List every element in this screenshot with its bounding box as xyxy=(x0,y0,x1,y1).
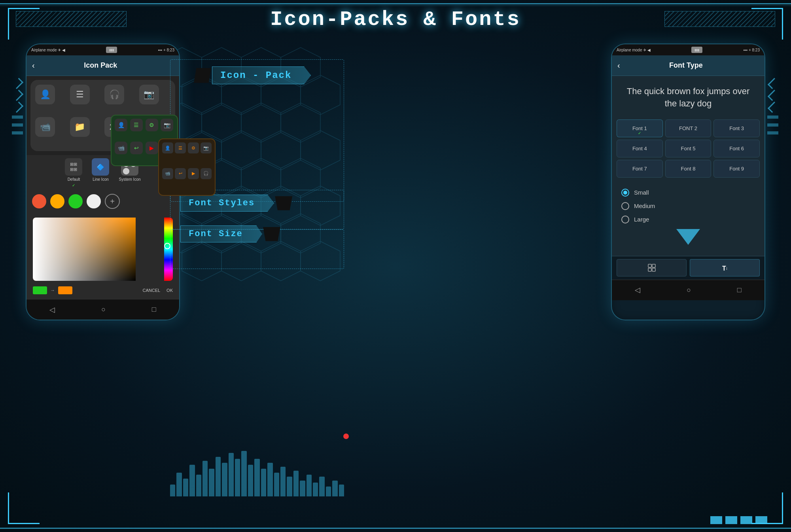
icon-cell-camera: 📷 xyxy=(139,85,159,104)
font-btn-9[interactable]: Font 9 xyxy=(713,160,760,178)
font-size-label: Font Size xyxy=(180,225,280,242)
font-preview: The quick brown fox jumps over the lazy … xyxy=(612,76,765,116)
font-1-label: Font 1 xyxy=(632,125,647,131)
eq-bar-2 xyxy=(176,473,182,496)
icon-type-line[interactable]: 🔷 Line Icon xyxy=(92,158,109,187)
size-small-label: Small xyxy=(634,189,649,196)
svg-rect-4 xyxy=(652,268,655,271)
picker-to-color xyxy=(58,286,72,294)
font-btn-4[interactable]: Font 4 xyxy=(617,140,663,157)
font-t-icon: T ↕ xyxy=(721,263,729,272)
swatch-yellow[interactable] xyxy=(50,194,64,208)
toolbar-grid-button[interactable] xyxy=(617,259,687,276)
font-btn-1[interactable]: Font 1 ✓ xyxy=(617,119,663,137)
oi-5: 📹 xyxy=(162,168,173,179)
eq-bar-13 xyxy=(248,465,253,496)
deco-rect-2 xyxy=(12,123,23,127)
size-large-label: Large xyxy=(634,216,649,223)
battery-icon-left: ▮▮▮ xyxy=(109,48,114,52)
nav-recent-left[interactable]: □ xyxy=(152,305,156,314)
eq-bar-8 xyxy=(216,457,221,496)
hatch-right xyxy=(664,11,775,27)
eq-bar-20 xyxy=(293,471,299,496)
cancel-button[interactable]: CANCEL xyxy=(142,288,160,293)
radio-large[interactable]: Large xyxy=(621,216,755,223)
dot-3 xyxy=(740,516,752,524)
icon-cell-video: 📹 xyxy=(35,117,55,137)
hue-handle[interactable] xyxy=(164,243,170,249)
line-thumb: 🔷 xyxy=(92,158,109,176)
picker-bottom: → CANCEL OK xyxy=(30,284,176,297)
gi-1: 👤 xyxy=(115,119,127,131)
font-btn-2[interactable]: FONT 2 xyxy=(665,119,712,137)
font-btn-3[interactable]: Font 3 xyxy=(713,119,760,137)
swatch-white[interactable] xyxy=(87,194,101,208)
gi-7: ▶ xyxy=(146,142,158,154)
chevron-icon-2 xyxy=(12,90,23,101)
svg-text:↕: ↕ xyxy=(726,266,728,271)
eq-bar-12 xyxy=(241,451,246,496)
font-btn-6[interactable]: Font 6 xyxy=(713,140,760,157)
right-phone-nav: ◁ ○ □ xyxy=(612,280,765,300)
eq-bar-4 xyxy=(189,465,195,496)
right-phone-header: ‹ Font Type xyxy=(612,55,765,76)
status-bar-right: Airplane mode ✈ ◀ ▮▮▮ ▪▪▪ + 8:23 xyxy=(612,44,765,55)
swatch-red[interactable] xyxy=(32,194,46,208)
nav-home-left[interactable]: ○ xyxy=(101,305,106,314)
nav-back-right[interactable]: ◁ xyxy=(635,286,640,294)
toolbar-font-button[interactable]: T ↕ xyxy=(690,259,760,276)
radio-small[interactable]: Small xyxy=(621,189,755,197)
eq-bar-11 xyxy=(235,459,240,496)
line-label: Line Icon xyxy=(93,177,109,182)
color-gradient[interactable] xyxy=(33,218,136,281)
eq-bar-26 xyxy=(332,481,337,496)
icon-cell-folder: 📁 xyxy=(70,117,90,137)
eq-bar-19 xyxy=(287,477,292,496)
icon-pack-label: Icon - Pack xyxy=(194,66,311,84)
ok-button[interactable]: OK xyxy=(167,288,173,293)
swatch-green[interactable] xyxy=(68,194,83,208)
color-picker[interactable] xyxy=(33,218,173,281)
banner-block-left xyxy=(194,68,211,83)
status-left-right: Airplane mode ✈ ◀ xyxy=(617,48,651,52)
font-8-label: Font 8 xyxy=(681,166,696,172)
eq-bar-16 xyxy=(267,463,272,496)
oi-3: ⚙ xyxy=(188,142,199,153)
font-btn-8[interactable]: Font 8 xyxy=(665,160,712,178)
icon-type-default[interactable]: ⊞⊞⊞⊞ Default ✓ xyxy=(65,158,82,187)
icon-cell-person: 👤 xyxy=(35,85,55,104)
radio-dot-small xyxy=(623,191,627,195)
font-5-label: Font 5 xyxy=(681,146,696,151)
font-2-label: FONT 2 xyxy=(679,125,697,131)
eq-bar-14 xyxy=(254,459,259,496)
gi-5: 📹 xyxy=(115,142,127,154)
default-thumb: ⊞⊞⊞⊞ xyxy=(65,158,82,176)
eq-bar-15 xyxy=(261,469,266,496)
oi-6: ↩ xyxy=(175,168,186,179)
right-side-deco xyxy=(767,79,779,135)
font-grid: Font 1 ✓ FONT 2 Font 3 Font 4 Font 5 Fon… xyxy=(612,116,765,181)
default-check: ✓ xyxy=(72,183,75,187)
chevron-icon-r3 xyxy=(768,102,779,113)
deco-rect-r2 xyxy=(767,123,778,127)
size-indicator xyxy=(621,229,755,245)
radio-medium[interactable]: Medium xyxy=(621,202,755,210)
nav-back-left[interactable]: ◁ xyxy=(49,305,55,314)
status-right-right: ▪▪▪ + 8:23 xyxy=(743,48,760,52)
font-styles-label: Font Styles xyxy=(180,195,292,212)
font-btn-5[interactable]: Font 5 xyxy=(665,140,712,157)
font-9-label: Font 9 xyxy=(729,166,744,172)
nav-home-right[interactable]: ○ xyxy=(687,286,691,294)
back-button-left[interactable]: ‹ xyxy=(32,61,35,70)
chevron-icon-3 xyxy=(12,102,23,113)
eq-bar-1 xyxy=(170,485,175,496)
airplane-mode-right: Airplane mode ✈ ◀ xyxy=(617,48,651,52)
preview-text: The quick brown fox jumps over the lazy … xyxy=(627,86,750,108)
add-swatch-button[interactable]: + xyxy=(105,194,120,209)
back-button-right[interactable]: ‹ xyxy=(617,61,620,70)
eq-bar-5 xyxy=(196,475,201,496)
font-btn-7[interactable]: Font 7 xyxy=(617,160,663,178)
nav-recent-right[interactable]: □ xyxy=(737,286,742,294)
eq-bar-24 xyxy=(319,477,324,496)
oi-8: 🎧 xyxy=(201,168,212,179)
